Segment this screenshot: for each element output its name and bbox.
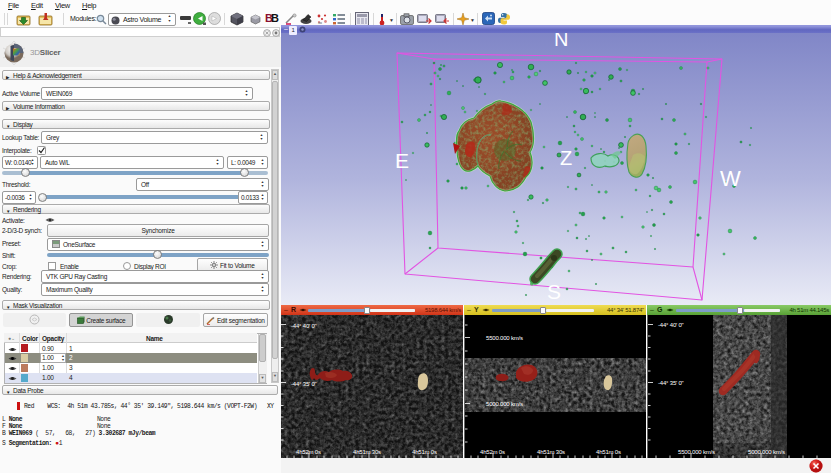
svg-text:E: E: [395, 149, 409, 172]
svg-text:4h51m 30s: 4h51m 30s: [537, 449, 565, 455]
svg-text:4h51m 30s: 4h51m 30s: [353, 449, 381, 455]
svg-text:Z: Z: [560, 147, 572, 169]
svg-text:5500.000 km/s: 5500.000 km/s: [486, 335, 523, 341]
svg-text:4h51m 0s: 4h51m 0s: [412, 449, 437, 455]
svg-text:5500.000 km/s: 5500.000 km/s: [678, 449, 715, 455]
svg-text:-44° 35' 0": -44° 35' 0": [291, 381, 317, 387]
svg-text:4h52m 0s: 4h52m 0s: [296, 449, 321, 455]
svg-text:5000.000 km/s: 5000.000 km/s: [748, 449, 785, 455]
svg-text:W: W: [720, 166, 741, 191]
svg-text:5000.000 km/s: 5000.000 km/s: [486, 401, 523, 407]
svg-text:-44° 35' 0": -44° 35' 0": [658, 380, 684, 386]
svg-text:-44° 40' 0": -44° 40' 0": [658, 322, 684, 328]
svg-text:S: S: [547, 280, 561, 303]
svg-text:-44° 40' 0": -44° 40' 0": [291, 323, 317, 329]
svg-text:4h51m 0s: 4h51m 0s: [596, 449, 621, 455]
svg-text:4h52m 0s: 4h52m 0s: [480, 449, 505, 455]
